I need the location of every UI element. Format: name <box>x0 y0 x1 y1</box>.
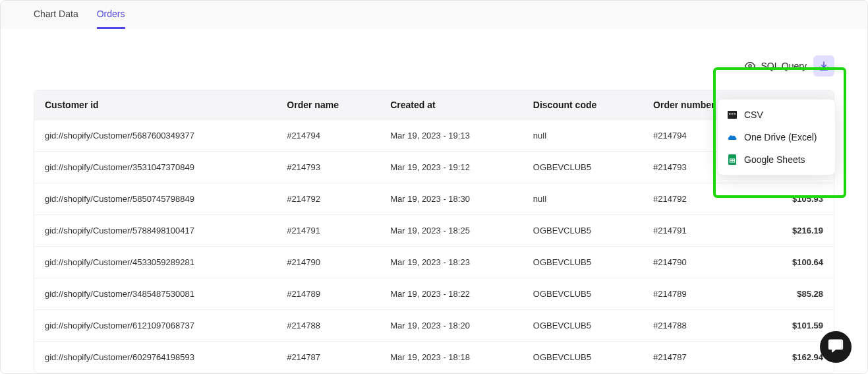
cell-created_at: Mar 19, 2023 - 18:25 <box>380 215 523 247</box>
cell-order_number: #214788 <box>643 310 760 342</box>
cell-discount_code: OGBEVCLUB5 <box>523 342 643 373</box>
svg-point-0 <box>749 65 751 67</box>
svg-rect-5 <box>734 113 736 115</box>
table-row[interactable]: gid://shopify/Customer/5788498100417#214… <box>34 215 834 247</box>
sql-query-button[interactable]: SQL Query <box>745 61 807 71</box>
csv-icon <box>727 109 738 120</box>
sql-query-label: SQL Query <box>761 61 807 71</box>
cell-created_at: Mar 19, 2023 - 18:30 <box>380 183 523 215</box>
cell-amount: $85.28 <box>760 278 834 310</box>
cell-order_name: #214793 <box>276 152 380 183</box>
svg-rect-3 <box>729 113 731 115</box>
table-header-row: Customer id Order name Created at Discou… <box>34 90 834 120</box>
tab-orders[interactable]: Orders <box>97 9 125 29</box>
cell-order_number: #214789 <box>643 278 760 310</box>
cell-customer_id: gid://shopify/Customer/5788498100417 <box>34 215 276 247</box>
cell-order_number: #214787 <box>643 342 760 373</box>
table-row[interactable]: gid://shopify/Customer/5850745798849#214… <box>34 183 834 215</box>
cell-created_at: Mar 19, 2023 - 19:12 <box>380 152 523 183</box>
cell-amount: $100.64 <box>760 247 834 278</box>
cell-order_name: #214794 <box>276 120 380 152</box>
cell-order_name: #214789 <box>276 278 380 310</box>
export-onedrive-label: One Drive (Excel) <box>744 132 817 142</box>
export-gsheets[interactable]: Google Sheets <box>718 148 835 171</box>
gsheets-icon <box>727 154 738 165</box>
cell-created_at: Mar 19, 2023 - 18:18 <box>380 342 523 373</box>
col-order-name[interactable]: Order name <box>276 90 380 120</box>
cell-discount_code: null <box>523 183 643 215</box>
download-icon <box>819 61 829 71</box>
col-customer-id[interactable]: Customer id <box>34 90 276 120</box>
cell-order_name: #214788 <box>276 310 380 342</box>
cell-discount_code: OGBEVCLUB5 <box>523 247 643 278</box>
cell-order_number: #214792 <box>643 183 760 215</box>
export-onedrive[interactable]: One Drive (Excel) <box>718 126 835 148</box>
export-dropdown: CSV One Drive (Excel) Google Sheets <box>717 99 836 175</box>
cell-discount_code: OGBEVCLUB5 <box>523 310 643 342</box>
cell-customer_id: gid://shopify/Customer/5687600349377 <box>34 120 276 152</box>
table-row[interactable]: gid://shopify/Customer/5687600349377#214… <box>34 120 834 152</box>
toolbar: SQL Query <box>34 42 834 90</box>
cell-customer_id: gid://shopify/Customer/4533059289281 <box>34 247 276 278</box>
cell-customer_id: gid://shopify/Customer/6121097068737 <box>34 310 276 342</box>
cell-customer_id: gid://shopify/Customer/3485487530081 <box>34 278 276 310</box>
cell-customer_id: gid://shopify/Customer/5850745798849 <box>34 183 276 215</box>
cell-order_number: #214791 <box>643 215 760 247</box>
cell-order_name: #214790 <box>276 247 380 278</box>
chat-icon <box>828 338 844 356</box>
cell-discount_code: OGBEVCLUB5 <box>523 278 643 310</box>
cell-created_at: Mar 19, 2023 - 19:13 <box>380 120 523 152</box>
onedrive-icon <box>727 132 738 142</box>
col-created-at[interactable]: Created at <box>380 90 523 120</box>
cell-customer_id: gid://shopify/Customer/3531047370849 <box>34 152 276 183</box>
orders-table: Customer id Order name Created at Discou… <box>34 90 834 373</box>
table-row[interactable]: gid://shopify/Customer/3485487530081#214… <box>34 278 834 310</box>
download-button[interactable] <box>813 55 834 77</box>
cell-order_name: #214787 <box>276 342 380 373</box>
cell-amount: $216.19 <box>760 215 834 247</box>
cell-discount_code: OGBEVCLUB5 <box>523 215 643 247</box>
cell-customer_id: gid://shopify/Customer/6029764198593 <box>34 342 276 373</box>
orders-table-wrap: Customer id Order name Created at Discou… <box>34 90 834 373</box>
table-row[interactable]: gid://shopify/Customer/6029764198593#214… <box>34 342 834 373</box>
cell-discount_code: null <box>523 120 643 152</box>
table-row[interactable]: gid://shopify/Customer/6121097068737#214… <box>34 310 834 342</box>
tabs: Chart Data Orders <box>1 1 867 29</box>
table-row[interactable]: gid://shopify/Customer/3531047370849#214… <box>34 152 834 183</box>
cell-order_number: #214790 <box>643 247 760 278</box>
cell-amount: $105.93 <box>760 183 834 215</box>
cell-order_name: #214792 <box>276 183 380 215</box>
export-gsheets-label: Google Sheets <box>744 154 805 165</box>
cell-created_at: Mar 19, 2023 - 18:20 <box>380 310 523 342</box>
svg-rect-2 <box>728 111 737 119</box>
col-discount-code[interactable]: Discount code <box>523 90 643 120</box>
cell-discount_code: OGBEVCLUB5 <box>523 152 643 183</box>
cell-created_at: Mar 19, 2023 - 18:23 <box>380 247 523 278</box>
table-row[interactable]: gid://shopify/Customer/4533059289281#214… <box>34 247 834 278</box>
export-csv[interactable]: CSV <box>718 104 835 126</box>
eye-icon <box>745 61 755 71</box>
svg-rect-4 <box>732 113 734 115</box>
tab-chart-data[interactable]: Chart Data <box>34 9 78 29</box>
export-csv-label: CSV <box>744 109 763 120</box>
cell-created_at: Mar 19, 2023 - 18:22 <box>380 278 523 310</box>
chat-launcher[interactable] <box>820 331 852 363</box>
cell-order_name: #214791 <box>276 215 380 247</box>
